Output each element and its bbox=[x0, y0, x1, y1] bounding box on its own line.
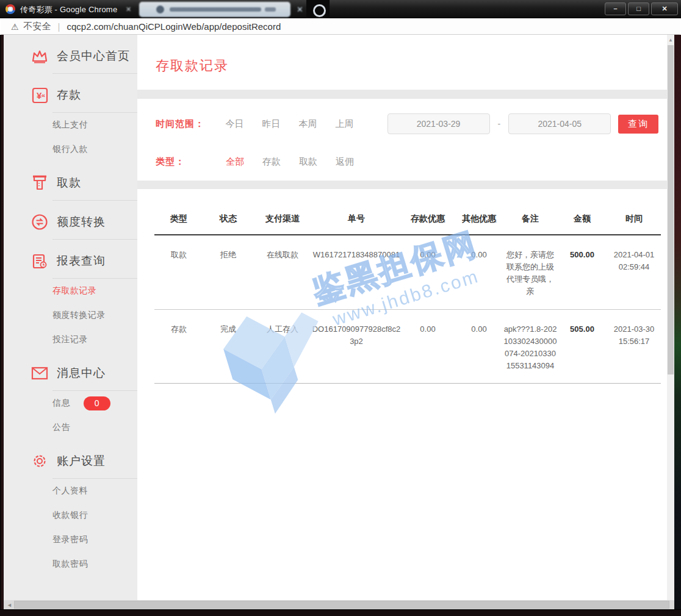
date-from-input[interactable] bbox=[387, 113, 490, 134]
sidebar-item-label: 消息中心 bbox=[57, 365, 106, 381]
cell-status: 拒绝 bbox=[203, 249, 253, 298]
cell-time: 2021-04-01 02:59:44 bbox=[607, 249, 661, 298]
section-divider-band bbox=[137, 90, 667, 99]
ghost-window-icon bbox=[306, 0, 330, 18]
sidebar-item-quota-transfer[interactable]: 额度转换 bbox=[4, 205, 137, 239]
cell-other-bonus: 0.00 bbox=[455, 323, 503, 373]
col-header-remark: 备注 bbox=[503, 213, 557, 224]
sidebar-item-label: 个人资料 bbox=[52, 485, 88, 496]
report-icon bbox=[31, 252, 49, 270]
col-header-channel: 支付渠道 bbox=[253, 213, 312, 224]
ghost-close-icon: ✕ bbox=[126, 5, 131, 13]
message-icon bbox=[31, 364, 49, 382]
sidebar-item-receiving-bank[interactable]: 收款银行 bbox=[4, 503, 137, 528]
table-row: 取款 拒绝 在线取款 W161721718348870081 0.00 0.00… bbox=[154, 235, 661, 310]
scroll-left-icon[interactable]: ◄ bbox=[7, 602, 12, 608]
sidebar-item-label: 公告 bbox=[52, 422, 70, 433]
transfer-icon bbox=[31, 213, 49, 231]
sidebar-item-withdraw[interactable]: 取款 bbox=[4, 166, 137, 200]
col-header-order-no: 单号 bbox=[312, 213, 401, 224]
sidebar-item-label: 报表查询 bbox=[57, 253, 106, 269]
crown-icon bbox=[31, 47, 49, 65]
sidebar-item-label: 银行入款 bbox=[52, 144, 88, 155]
sidebar-item-announcements[interactable]: 公告 bbox=[4, 415, 137, 440]
minimize-button[interactable]: – bbox=[605, 2, 626, 15]
sidebar-item-label: 取款 bbox=[57, 175, 81, 191]
title-bar: 传奇彩票 - Google Chrome ✕ ✕ – □ ✕ bbox=[0, 0, 681, 18]
divider bbox=[52, 200, 137, 201]
scroll-up-icon[interactable]: ▲ bbox=[668, 37, 673, 43]
type-option-deposit[interactable]: 存款 bbox=[262, 156, 281, 168]
sidebar-item-online-payment[interactable]: 线上支付 bbox=[4, 113, 137, 137]
sidebar-item-label: 投注记录 bbox=[52, 334, 88, 345]
type-option-rebate[interactable]: 返佣 bbox=[336, 156, 354, 168]
col-header-type: 类型 bbox=[154, 213, 203, 224]
time-range-label: 时间范围： bbox=[156, 118, 226, 130]
sidebar-item-label: 会员中心首页 bbox=[57, 48, 130, 64]
ghost-plus-icon: ✕ bbox=[297, 5, 303, 14]
type-option-all[interactable]: 全部 bbox=[226, 156, 244, 168]
sidebar-item-message-center[interactable]: 消息中心 bbox=[4, 356, 137, 390]
sidebar-item-report-query[interactable]: 报表查询 bbox=[4, 244, 137, 278]
sidebar-item-deposit-withdraw-record[interactable]: 存取款记录 bbox=[4, 279, 137, 303]
sidebar-item-messages[interactable]: 信息 0 bbox=[4, 391, 137, 415]
col-header-time: 时间 bbox=[607, 213, 661, 224]
sidebar-item-label: 信息 bbox=[52, 398, 70, 409]
not-secure-label[interactable]: 不安全 bbox=[24, 21, 51, 32]
sidebar-item-deposit[interactable]: ¥« 存款 bbox=[4, 78, 137, 112]
date-to-input[interactable] bbox=[508, 113, 611, 134]
quick-range-this-week[interactable]: 本周 bbox=[299, 118, 317, 130]
cell-amount: 505.00 bbox=[557, 323, 607, 373]
sidebar-item-label: 登录密码 bbox=[52, 534, 88, 545]
cell-deposit-bonus: 0.00 bbox=[401, 323, 455, 373]
cell-deposit-bonus: 0.00 bbox=[401, 249, 455, 298]
gear-icon bbox=[31, 452, 49, 470]
query-button[interactable]: 查询 bbox=[618, 115, 658, 134]
cell-channel: 在线取款 bbox=[253, 249, 312, 298]
type-filter-row: 类型： 全部 存款 取款 返佣 bbox=[156, 152, 658, 171]
ghost-tab-title bbox=[170, 7, 261, 12]
date-range-dash: - bbox=[498, 119, 501, 129]
type-option-withdraw[interactable]: 取款 bbox=[299, 156, 317, 168]
window-title: 传奇彩票 - Google Chrome bbox=[20, 4, 117, 15]
deposit-icon: ¥« bbox=[31, 86, 49, 104]
sidebar-item-label: 线上支付 bbox=[52, 120, 88, 131]
sidebar-item-account-settings[interactable]: 账户设置 bbox=[4, 444, 137, 478]
sidebar-item-bank-deposit[interactable]: 银行入款 bbox=[4, 137, 137, 162]
vertical-scrollbar[interactable]: ▲ bbox=[667, 35, 674, 600]
sidebar-item-label: 账户设置 bbox=[57, 453, 106, 469]
horizontal-scrollbar[interactable]: ◄ bbox=[4, 600, 674, 609]
section-divider-band bbox=[137, 181, 667, 189]
quick-range-today[interactable]: 今日 bbox=[226, 118, 244, 130]
quick-range-yesterday[interactable]: 昨日 bbox=[262, 118, 281, 130]
close-button[interactable]: ✕ bbox=[651, 2, 678, 15]
address-bar[interactable]: ⚠ 不安全 | cqcp2.com/chuanQiCPLoginWeb/app/… bbox=[1, 19, 680, 35]
sidebar-item-profile[interactable]: 个人资料 bbox=[4, 479, 137, 503]
divider bbox=[52, 239, 137, 240]
filter-panel: 时间范围： 今日 昨日 本周 上周 - 查询 类型： 全部 存款 取款 返佣 bbox=[137, 99, 667, 181]
col-header-other-bonus: 其他优惠 bbox=[455, 213, 503, 224]
message-count-badge: 0 bbox=[84, 396, 110, 410]
url-text[interactable]: cqcp2.com/chuanQiCPLoginWeb/app/depositR… bbox=[67, 21, 281, 32]
horizontal-scrollbar-thumb[interactable] bbox=[14, 601, 669, 609]
cell-amount: 500.00 bbox=[557, 249, 607, 298]
table-header-row: 类型 状态 支付渠道 单号 存款优惠 其他优惠 备注 金额 时间 bbox=[154, 206, 661, 235]
sidebar-item-bet-record[interactable]: 投注记录 bbox=[4, 328, 137, 352]
not-secure-warning-icon[interactable]: ⚠ bbox=[11, 22, 19, 32]
table-row: 存款 完成 人工存入 DO1617090977928cf8c23p2 0.00 … bbox=[154, 310, 661, 384]
window-controls: – □ ✕ bbox=[605, 2, 678, 15]
sidebar-item-quota-transfer-record[interactable]: 额度转换记录 bbox=[4, 303, 137, 328]
sidebar-item-withdraw-password[interactable]: 取款密码 bbox=[4, 552, 137, 576]
sidebar-item-label: 存取款记录 bbox=[52, 285, 97, 296]
withdraw-icon bbox=[31, 174, 49, 192]
sidebar-item-login-password[interactable]: 登录密码 bbox=[4, 528, 137, 552]
quick-range-last-week[interactable]: 上周 bbox=[336, 118, 354, 130]
cell-channel: 人工存入 bbox=[253, 323, 312, 373]
sidebar-item-label: 存款 bbox=[57, 87, 81, 103]
maximize-button[interactable]: □ bbox=[628, 2, 649, 15]
sidebar-item-member-home[interactable]: 会员中心首页 bbox=[4, 39, 137, 73]
sidebar-item-label: 收款银行 bbox=[52, 510, 88, 521]
cell-order-no: DO1617090977928cf8c23p2 bbox=[312, 323, 401, 373]
vertical-scrollbar-thumb[interactable] bbox=[668, 45, 674, 374]
cell-time: 2021-03-30 15:56:17 bbox=[607, 323, 661, 373]
